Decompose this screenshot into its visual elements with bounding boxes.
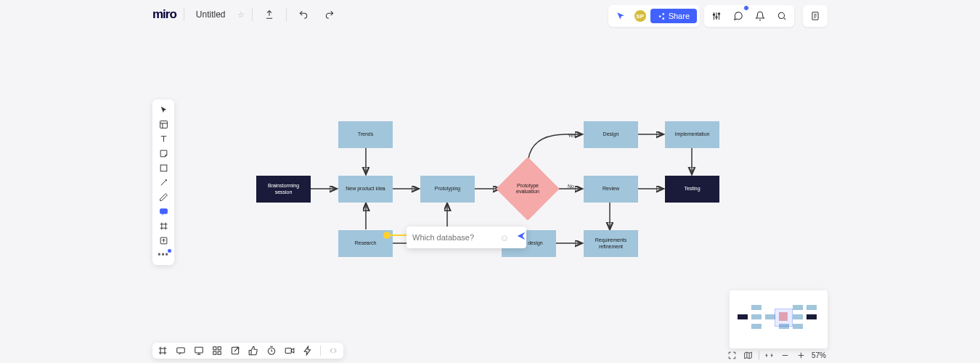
node-evaluation[interactable]: Prototype evaluation	[505, 166, 550, 211]
node-req-refine[interactable]: Requirements refinement	[584, 230, 638, 257]
comment-input-box[interactable]: ☺	[407, 227, 526, 248]
svg-rect-24	[218, 347, 221, 350]
divider	[184, 8, 184, 21]
miro-logo: miro	[152, 7, 176, 22]
svg-rect-29	[285, 348, 291, 354]
node-testing[interactable]: Testing	[665, 176, 719, 203]
svg-rect-26	[218, 351, 221, 354]
svg-rect-25	[213, 351, 216, 354]
collapse-icon[interactable]	[327, 345, 339, 356]
zoom-level[interactable]: 57%	[812, 351, 826, 359]
thumbs-up-icon[interactable]	[248, 345, 259, 356]
minimap[interactable]	[730, 290, 828, 348]
node-review[interactable]: Review	[584, 176, 638, 203]
zoom-controls: 57%	[727, 349, 826, 361]
share-button[interactable]: Share	[650, 9, 697, 23]
edge-label-no: No	[568, 184, 574, 189]
share-label: Share	[669, 12, 690, 20]
star-icon[interactable]: ☆	[237, 10, 245, 20]
node-trends[interactable]: Trends	[338, 121, 393, 148]
map-toggle-icon[interactable]	[743, 349, 754, 361]
send-icon[interactable]	[516, 231, 526, 244]
divider	[252, 8, 253, 21]
apps-icon[interactable]	[211, 345, 223, 356]
fullscreen-icon[interactable]	[727, 349, 738, 361]
node-prototyping[interactable]: Prototyping	[420, 176, 475, 203]
fit-icon[interactable]	[764, 349, 775, 361]
frame-list-icon[interactable]	[157, 345, 168, 356]
avatar[interactable]: SP	[633, 9, 648, 23]
svg-rect-23	[213, 347, 216, 350]
canvas[interactable]: Brainstorming session Trends New product…	[152, 22, 828, 363]
comments-panel-icon[interactable]	[175, 345, 187, 356]
zoom-out-button[interactable]	[780, 349, 791, 361]
node-new-idea[interactable]: New product idea	[338, 176, 393, 203]
divider	[286, 8, 287, 21]
node-implementation[interactable]: Implementation	[665, 121, 719, 148]
video-icon[interactable]	[284, 345, 295, 356]
comment-connector	[389, 234, 408, 236]
board-title[interactable]: Untitled	[192, 7, 230, 22]
share-link-icon[interactable]	[229, 345, 241, 356]
edge-label-yes: Yes	[568, 133, 576, 138]
bottom-toolbar	[152, 343, 343, 359]
comment-input[interactable]	[412, 233, 492, 242]
svg-rect-22	[195, 347, 203, 353]
svg-rect-21	[177, 348, 185, 353]
node-design[interactable]: Design	[584, 121, 638, 148]
bolt-icon[interactable]	[302, 345, 314, 356]
zoom-in-button[interactable]	[796, 349, 807, 361]
emoji-icon[interactable]: ☺	[499, 232, 509, 243]
node-brainstorm[interactable]: Brainstorming session	[256, 176, 311, 203]
present-icon[interactable]	[193, 345, 205, 356]
timer-icon[interactable]	[266, 345, 277, 356]
svg-point-3	[778, 12, 784, 18]
comment-anchor	[383, 232, 391, 239]
